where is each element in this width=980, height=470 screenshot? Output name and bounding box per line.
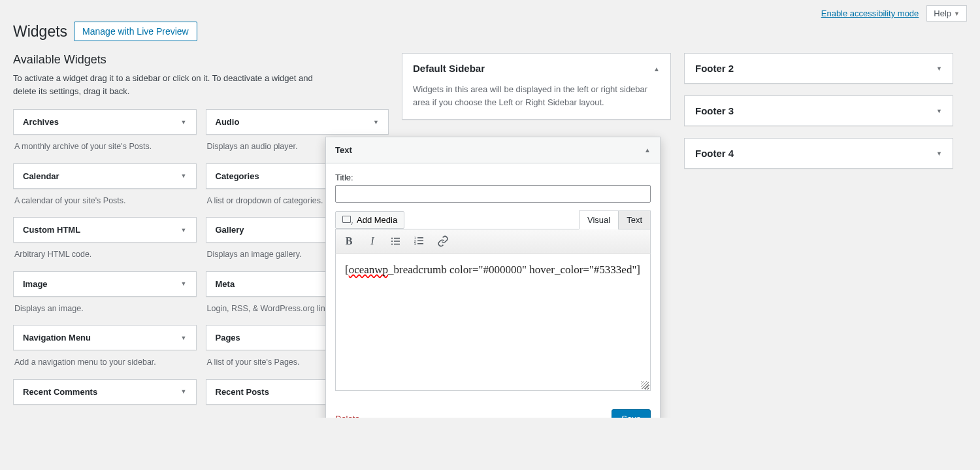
widget-name: Image bbox=[23, 279, 48, 289]
bullet-list-button[interactable] bbox=[388, 233, 404, 249]
add-media-label: Add Media bbox=[357, 215, 397, 225]
chevron-down-icon: ▼ bbox=[936, 150, 942, 157]
chevron-down-icon: ▼ bbox=[181, 173, 187, 179]
widget-desc: Displays an image. bbox=[13, 297, 197, 318]
numbered-list-button[interactable]: 123 bbox=[412, 233, 427, 249]
default-sidebar-panel: Default Sidebar ▲ Widgets in this area w… bbox=[402, 53, 671, 120]
text-tab[interactable]: Text bbox=[618, 210, 651, 229]
default-sidebar-title: Default Sidebar bbox=[413, 63, 485, 74]
text-widget-header-label: Text bbox=[335, 145, 352, 155]
bold-button[interactable]: B bbox=[341, 233, 357, 249]
footer-area-panel[interactable]: Footer 3▼ bbox=[684, 95, 953, 126]
default-sidebar-header[interactable]: Default Sidebar ▲ bbox=[402, 54, 670, 83]
available-widget[interactable]: Audio▼ bbox=[206, 109, 389, 135]
available-widget[interactable]: Image▼ bbox=[13, 271, 197, 297]
chevron-down-icon: ▼ bbox=[181, 335, 187, 341]
editor-toolbar: B I 123 bbox=[335, 229, 651, 254]
visual-tab[interactable]: Visual bbox=[579, 210, 619, 229]
chevron-up-icon: ▲ bbox=[653, 65, 660, 73]
widget-name: Recent Comments bbox=[23, 387, 97, 397]
text-widget-editor: Text ▲ Title: Add Media Visual Text bbox=[325, 137, 661, 418]
chevron-down-icon: ▼ bbox=[181, 388, 187, 395]
svg-point-2 bbox=[391, 241, 393, 242]
italic-button[interactable]: I bbox=[365, 233, 380, 249]
delete-link[interactable]: Delete bbox=[335, 414, 360, 418]
footer-area-title: Footer 2 bbox=[695, 63, 734, 74]
svg-point-0 bbox=[391, 237, 393, 239]
widget-name: Navigation Menu bbox=[23, 333, 91, 343]
widget-name: Audio bbox=[216, 117, 240, 127]
chevron-down-icon: ▼ bbox=[936, 65, 942, 72]
footer-area-panel[interactable]: Footer 2▼ bbox=[684, 53, 953, 84]
help-button[interactable]: Help ▼ bbox=[926, 5, 967, 22]
editor-content[interactable]: [oceanwp_breadcrumb color="#000000" hove… bbox=[335, 254, 651, 391]
manage-live-preview-button[interactable]: Manage with Live Preview bbox=[74, 22, 197, 41]
enable-accessibility-link[interactable]: Enable accessibility mode bbox=[821, 8, 919, 18]
svg-text:3: 3 bbox=[414, 242, 416, 246]
add-media-button[interactable]: Add Media bbox=[335, 211, 404, 229]
svg-rect-9 bbox=[417, 241, 423, 242]
chevron-up-icon: ▲ bbox=[644, 146, 651, 154]
chevron-down-icon: ▼ bbox=[373, 119, 379, 126]
text-widget-header[interactable]: Text ▲ bbox=[326, 137, 660, 163]
svg-rect-3 bbox=[394, 241, 400, 242]
widget-name: Custom HTML bbox=[23, 225, 80, 235]
chevron-down-icon: ▼ bbox=[181, 227, 187, 233]
available-widget[interactable]: Custom HTML▼ bbox=[13, 217, 197, 243]
footer-area-title: Footer 3 bbox=[695, 105, 734, 116]
page-title: Widgets bbox=[13, 23, 67, 41]
chevron-down-icon: ▼ bbox=[936, 108, 942, 114]
footer-area-title: Footer 4 bbox=[695, 148, 734, 159]
available-widget[interactable]: Navigation Menu▼ bbox=[13, 325, 197, 350]
svg-rect-7 bbox=[417, 237, 423, 239]
available-widget[interactable]: Calendar▼ bbox=[13, 163, 197, 189]
svg-rect-1 bbox=[394, 238, 400, 239]
widget-desc: A monthly archive of your site's Posts. bbox=[13, 135, 197, 156]
svg-rect-11 bbox=[417, 243, 423, 244]
svg-rect-5 bbox=[394, 244, 400, 245]
chevron-down-icon: ▼ bbox=[181, 119, 187, 126]
available-widgets-title: Available Widgets bbox=[13, 53, 389, 67]
widget-desc: A calendar of your site's Posts. bbox=[13, 189, 197, 210]
widget-desc: Arbitrary HTML code. bbox=[13, 243, 197, 263]
widget-desc: Add a navigation menu to your sidebar. bbox=[13, 350, 197, 371]
link-button[interactable] bbox=[435, 233, 451, 249]
widget-name: Categories bbox=[216, 171, 259, 181]
available-widget[interactable]: Recent Comments▼ bbox=[13, 379, 197, 405]
widget-name: Gallery bbox=[216, 225, 244, 235]
available-widgets-desc: To activate a widget drag it to a sideba… bbox=[13, 72, 327, 97]
available-widget[interactable]: Archives▼ bbox=[13, 109, 197, 135]
widget-name: Calendar bbox=[23, 171, 59, 181]
help-label: Help bbox=[934, 8, 951, 18]
widget-name: Meta bbox=[216, 279, 235, 289]
media-icon bbox=[342, 216, 353, 225]
widget-title-input[interactable] bbox=[335, 185, 651, 203]
svg-point-4 bbox=[391, 243, 393, 244]
resize-handle[interactable] bbox=[641, 381, 649, 389]
title-label: Title: bbox=[335, 173, 651, 182]
widget-name: Archives bbox=[23, 117, 59, 127]
footer-area-panel[interactable]: Footer 4▼ bbox=[684, 138, 953, 169]
widget-name: Recent Posts bbox=[216, 387, 269, 397]
chevron-down-icon: ▼ bbox=[954, 10, 960, 17]
widget-name: Pages bbox=[216, 333, 240, 343]
save-button[interactable]: Save bbox=[612, 409, 651, 418]
chevron-down-icon: ▼ bbox=[181, 280, 187, 287]
default-sidebar-desc: Widgets in this area will be displayed i… bbox=[402, 83, 670, 119]
